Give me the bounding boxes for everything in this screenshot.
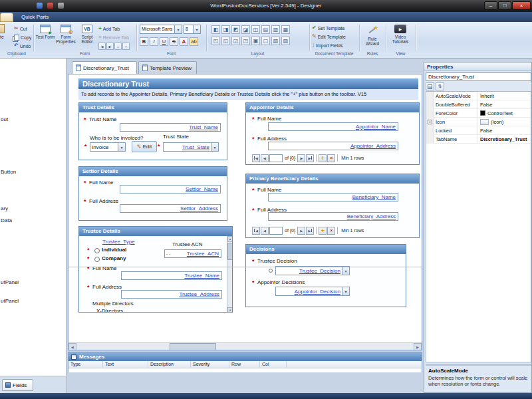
alphabetical-button[interactable]: ⇅ (436, 82, 444, 90)
property-value[interactable]: Inherit (478, 93, 531, 99)
property-value[interactable]: ControlText (478, 110, 531, 116)
appointor-decision-select[interactable]: Appointor_Decision ▾ (275, 287, 350, 296)
scroll-right-icon[interactable]: ▶ (414, 343, 422, 350)
delete-record-button[interactable]: × (327, 154, 335, 162)
company-radio[interactable] (94, 257, 100, 262)
individual-radio[interactable] (94, 248, 100, 253)
application-tab-stub[interactable] (0, 13, 13, 22)
layout-tool-button[interactable]: ◪ (241, 25, 250, 34)
layout-tool-button[interactable]: ▦ (281, 25, 290, 34)
last-record-button[interactable]: ▶ (306, 154, 314, 162)
property-row[interactable]: LockedFalse (426, 126, 531, 135)
layout-tool-button[interactable]: ▨ (281, 37, 290, 45)
scroll-down-icon[interactable]: ▼ (227, 307, 233, 313)
edit-template-button[interactable]: ✎ Edit Template (312, 33, 346, 41)
previous-record-button[interactable]: ◀ (261, 227, 269, 235)
property-value[interactable]: Discretionary_Trust (478, 136, 531, 142)
dropdown-arrow-icon[interactable]: ▾ (211, 143, 218, 151)
beneficiary-address-field[interactable]: Beneficiary_Address (268, 212, 398, 221)
property-row[interactable]: ForeColorControlText (426, 109, 531, 118)
toolbox-item-fragment[interactable]: out (1, 116, 8, 122)
messages-column-header[interactable]: Text (103, 361, 148, 368)
move-tab-down-button[interactable]: ▼ (122, 43, 130, 50)
layout-tool-button[interactable]: ▤ (261, 25, 270, 34)
messages-column-header[interactable]: Severity (191, 361, 229, 368)
record-number-input[interactable] (269, 227, 283, 235)
maximize-button[interactable]: □ (498, 1, 511, 10)
font-family-select[interactable]: Microsoft Sans S ▾ (140, 25, 182, 34)
toolbox-item-fragment[interactable]: Button (1, 169, 16, 175)
selected-object-name[interactable]: Discretionary_Trust (426, 72, 531, 81)
move-tab-left-button[interactable]: ◀ (98, 43, 106, 50)
set-template-button[interactable]: ✔ Set Template (312, 24, 344, 32)
toolbox-item-fragment[interactable]: Data (1, 217, 12, 223)
tab-quick-parts[interactable]: Quick Parts (17, 13, 53, 21)
layout-tool-button[interactable]: ◱ (221, 37, 230, 45)
video-tutorials-button[interactable]: ▶ Video Tutorials (390, 23, 410, 51)
font-style-button[interactable]: I (150, 37, 158, 46)
property-value[interactable]: False (478, 102, 531, 108)
layout-tool-button[interactable]: ▣ (251, 37, 260, 45)
layout-tool-button[interactable]: ◧ (211, 25, 220, 34)
individual-label[interactable]: Individual (102, 247, 126, 253)
property-row[interactable]: DoubleBufferedFalse (426, 100, 531, 109)
tab-template-preview[interactable]: Template Preview (138, 61, 197, 74)
property-value[interactable]: (Icon) (478, 119, 531, 125)
font-size-select[interactable]: 8 ▾ (184, 25, 201, 34)
trustee-type-label[interactable]: Trustee_Type (102, 239, 135, 245)
font-style-button[interactable]: B (140, 37, 148, 46)
layout-tool-button[interactable]: ◰ (211, 37, 220, 45)
move-tab-right-button[interactable]: ▶ (106, 43, 114, 50)
trust-name-field[interactable]: Trust_Name (120, 123, 221, 132)
layout-tool-button[interactable]: ◫ (251, 25, 260, 34)
tab-discretionary-trust[interactable]: Discretionary_Trust (72, 61, 137, 74)
scroll-up-icon[interactable]: ▲ (227, 236, 233, 242)
record-number-input[interactable] (269, 154, 283, 162)
dropdown-arrow-icon[interactable]: ▾ (118, 143, 125, 151)
layout-tool-button[interactable]: ◨ (221, 25, 230, 34)
scroll-left-icon[interactable]: ◀ (68, 343, 76, 350)
hscroll-thumb[interactable] (170, 343, 216, 350)
edit-button[interactable]: ✎ Edit (132, 141, 157, 152)
undo-button[interactable]: ↶ Undo (14, 42, 31, 50)
layout-tool-button[interactable]: ◳ (241, 37, 250, 45)
font-style-button[interactable]: A (180, 37, 188, 46)
first-record-button[interactable]: ◀ (252, 154, 260, 162)
remove-tab-button[interactable]: × Remove Tab (98, 33, 129, 41)
layout-tool-button[interactable]: ◩ (231, 25, 240, 34)
toolbox-item-fragment[interactable]: utPanel (1, 279, 19, 285)
minimize-button[interactable]: – (484, 1, 497, 10)
layout-tool-button[interactable]: ◲ (231, 37, 240, 45)
trustee-scrollbar[interactable]: ▲ ▼ (227, 236, 232, 313)
last-record-button[interactable]: ▶ (306, 227, 314, 235)
toolbox-item-fragment[interactable]: utPanel (1, 298, 19, 304)
close-button[interactable]: × (512, 1, 531, 10)
copy-button[interactable]: Copy (14, 33, 31, 41)
messages-column-header[interactable]: Type (68, 361, 103, 368)
invoice-select[interactable]: Invoice ▾ (90, 142, 126, 152)
trust-state-select[interactable]: Trust_State ▾ (163, 142, 219, 152)
trustee-name-field[interactable]: Trustee_Name (121, 271, 222, 280)
delete-record-button[interactable]: × (327, 227, 335, 235)
messages-column-header[interactable]: Description (148, 361, 191, 368)
add-tab-button[interactable]: + Add Tab (98, 25, 120, 33)
layout-tool-button[interactable]: ▥ (271, 25, 280, 34)
script-editor-button[interactable]: VB Script Editor (77, 23, 97, 51)
property-row[interactable]: AutoScaleModeInherit (426, 92, 531, 100)
layout-tool-button[interactable]: ▢ (261, 37, 270, 45)
settlor-name-field[interactable]: Settlor_Name (120, 185, 221, 194)
first-record-button[interactable]: ◀ (252, 227, 260, 235)
scrollbar-thumb[interactable] (227, 243, 233, 260)
move-tab-up-button[interactable]: ▲ (114, 43, 122, 50)
import-fields-button[interactable]: ↓ Import Fields (312, 41, 342, 49)
appointor-address-field[interactable]: Appointor_Address (268, 142, 398, 150)
font-style-button[interactable]: U (160, 37, 168, 46)
dropdown-arrow-icon[interactable]: ▾ (342, 267, 349, 275)
next-record-button[interactable]: ▶ (297, 227, 305, 235)
company-label[interactable]: Company (102, 255, 126, 261)
settlor-address-field[interactable]: Settlor_Address (120, 204, 221, 213)
test-form-button[interactable]: ▶ Test Form (35, 23, 55, 51)
appointor-name-field[interactable]: Appointor_Name (268, 122, 398, 131)
trustee-decision-select[interactable]: Trustee_Decision ▾ (275, 266, 350, 275)
previous-record-button[interactable]: ◀ (261, 154, 269, 162)
